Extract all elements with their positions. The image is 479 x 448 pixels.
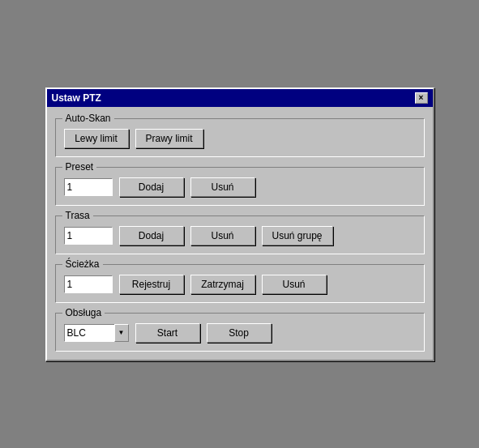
sciezka-usun-button[interactable]: Usuń bbox=[262, 275, 327, 294]
obsluga-stop-button[interactable]: Stop bbox=[207, 323, 272, 343]
trasa-group: Trasa Dodaj Usuń Usuń grupę bbox=[55, 215, 425, 254]
lewy-limit-button[interactable]: Lewy limit bbox=[64, 129, 129, 148]
trasa-usun-button[interactable]: Usuń bbox=[190, 226, 255, 245]
window-content: Auto-Skan Lewy limit Prawy limit Preset … bbox=[47, 107, 433, 360]
trasa-usun-grupe-button[interactable]: Usuń grupę bbox=[262, 226, 333, 245]
sciezka-controls: Rejestruj Zatrzymaj Usuń bbox=[64, 275, 416, 294]
sciezka-input[interactable] bbox=[64, 275, 113, 293]
obsluga-select[interactable]: BLC AGC AES bbox=[64, 324, 129, 342]
preset-group: Preset Dodaj Usuń bbox=[55, 167, 425, 206]
prawy-limit-button[interactable]: Prawy limit bbox=[135, 129, 203, 148]
trasa-controls: Dodaj Usuń Usuń grupę bbox=[64, 226, 416, 245]
preset-label: Preset bbox=[62, 161, 97, 173]
obsluga-start-button[interactable]: Start bbox=[135, 323, 200, 343]
trasa-input[interactable] bbox=[64, 227, 113, 245]
preset-dodaj-button[interactable]: Dodaj bbox=[119, 177, 184, 197]
auto-skan-label: Auto-Skan bbox=[62, 113, 114, 124]
main-window: Ustaw PTZ × Auto-Skan Lewy limit Prawy l… bbox=[45, 87, 434, 361]
obsluga-label: Obsługa bbox=[62, 307, 105, 318]
trasa-label: Trasa bbox=[62, 210, 93, 221]
auto-skan-group: Auto-Skan Lewy limit Prawy limit bbox=[55, 118, 425, 157]
obsluga-group: Obsługa BLC AGC AES ▼ Start Stop bbox=[55, 313, 425, 352]
trasa-dodaj-button[interactable]: Dodaj bbox=[119, 226, 184, 245]
window-title: Ustaw PTZ bbox=[52, 92, 101, 104]
obsluga-select-wrapper: BLC AGC AES ▼ bbox=[64, 324, 129, 342]
title-bar: Ustaw PTZ × bbox=[47, 89, 433, 107]
sciezka-rejestruj-button[interactable]: Rejestruj bbox=[119, 275, 184, 294]
close-button[interactable]: × bbox=[415, 92, 428, 104]
preset-input[interactable] bbox=[64, 178, 113, 196]
preset-usun-button[interactable]: Usuń bbox=[190, 177, 255, 197]
sciezka-group: Ścieżka Rejestruj Zatrzymaj Usuń bbox=[55, 264, 425, 303]
sciezka-label: Ścieżka bbox=[62, 258, 103, 270]
preset-controls: Dodaj Usuń bbox=[64, 177, 416, 197]
auto-skan-controls: Lewy limit Prawy limit bbox=[64, 129, 416, 148]
obsluga-controls: BLC AGC AES ▼ Start Stop bbox=[64, 323, 416, 343]
sciezka-zatrzymaj-button[interactable]: Zatrzymaj bbox=[190, 275, 255, 294]
